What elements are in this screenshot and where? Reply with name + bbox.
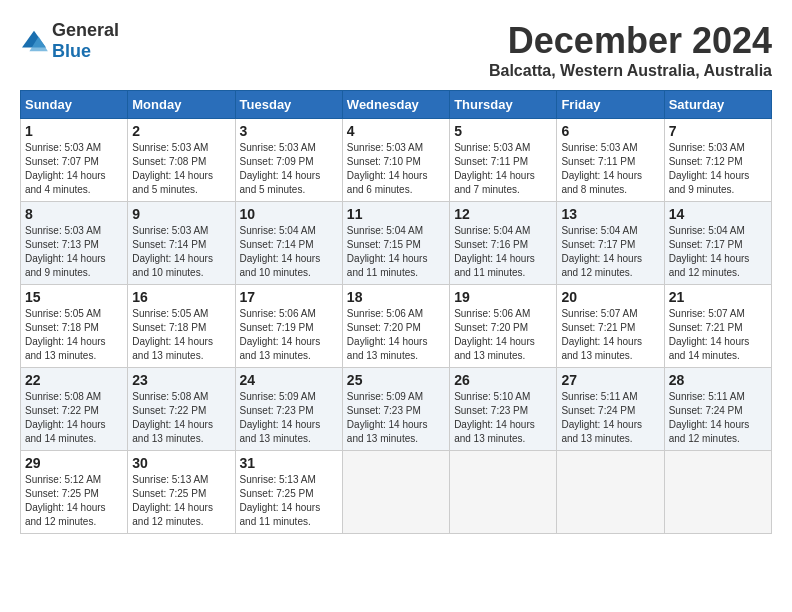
day-number: 14 <box>669 206 767 222</box>
calendar-day-cell: 5Sunrise: 5:03 AM Sunset: 7:11 PM Daylig… <box>450 119 557 202</box>
calendar-day-cell: 23Sunrise: 5:08 AM Sunset: 7:22 PM Dayli… <box>128 368 235 451</box>
day-info: Sunrise: 5:13 AM Sunset: 7:25 PM Dayligh… <box>132 473 230 529</box>
day-number: 21 <box>669 289 767 305</box>
day-info: Sunrise: 5:06 AM Sunset: 7:19 PM Dayligh… <box>240 307 338 363</box>
day-info: Sunrise: 5:11 AM Sunset: 7:24 PM Dayligh… <box>669 390 767 446</box>
calendar-day-cell <box>450 451 557 534</box>
calendar-day-cell: 16Sunrise: 5:05 AM Sunset: 7:18 PM Dayli… <box>128 285 235 368</box>
day-info: Sunrise: 5:03 AM Sunset: 7:07 PM Dayligh… <box>25 141 123 197</box>
day-info: Sunrise: 5:07 AM Sunset: 7:21 PM Dayligh… <box>561 307 659 363</box>
day-info: Sunrise: 5:09 AM Sunset: 7:23 PM Dayligh… <box>347 390 445 446</box>
day-number: 24 <box>240 372 338 388</box>
calendar-day-cell: 22Sunrise: 5:08 AM Sunset: 7:22 PM Dayli… <box>21 368 128 451</box>
day-info: Sunrise: 5:10 AM Sunset: 7:23 PM Dayligh… <box>454 390 552 446</box>
calendar-day-cell: 31Sunrise: 5:13 AM Sunset: 7:25 PM Dayli… <box>235 451 342 534</box>
day-number: 16 <box>132 289 230 305</box>
calendar-day-cell: 9Sunrise: 5:03 AM Sunset: 7:14 PM Daylig… <box>128 202 235 285</box>
weekday-header: Monday <box>128 91 235 119</box>
day-info: Sunrise: 5:06 AM Sunset: 7:20 PM Dayligh… <box>347 307 445 363</box>
day-info: Sunrise: 5:04 AM Sunset: 7:17 PM Dayligh… <box>669 224 767 280</box>
calendar-day-cell: 18Sunrise: 5:06 AM Sunset: 7:20 PM Dayli… <box>342 285 449 368</box>
day-info: Sunrise: 5:03 AM Sunset: 7:12 PM Dayligh… <box>669 141 767 197</box>
day-info: Sunrise: 5:09 AM Sunset: 7:23 PM Dayligh… <box>240 390 338 446</box>
day-info: Sunrise: 5:03 AM Sunset: 7:10 PM Dayligh… <box>347 141 445 197</box>
day-info: Sunrise: 5:11 AM Sunset: 7:24 PM Dayligh… <box>561 390 659 446</box>
calendar-week-row: 22Sunrise: 5:08 AM Sunset: 7:22 PM Dayli… <box>21 368 772 451</box>
day-number: 2 <box>132 123 230 139</box>
calendar-day-cell: 7Sunrise: 5:03 AM Sunset: 7:12 PM Daylig… <box>664 119 771 202</box>
day-info: Sunrise: 5:04 AM Sunset: 7:16 PM Dayligh… <box>454 224 552 280</box>
day-info: Sunrise: 5:03 AM Sunset: 7:08 PM Dayligh… <box>132 141 230 197</box>
calendar-day-cell: 21Sunrise: 5:07 AM Sunset: 7:21 PM Dayli… <box>664 285 771 368</box>
day-number: 25 <box>347 372 445 388</box>
day-number: 6 <box>561 123 659 139</box>
calendar-week-row: 1Sunrise: 5:03 AM Sunset: 7:07 PM Daylig… <box>21 119 772 202</box>
calendar-day-cell: 14Sunrise: 5:04 AM Sunset: 7:17 PM Dayli… <box>664 202 771 285</box>
day-number: 27 <box>561 372 659 388</box>
calendar-day-cell: 19Sunrise: 5:06 AM Sunset: 7:20 PM Dayli… <box>450 285 557 368</box>
day-number: 28 <box>669 372 767 388</box>
day-number: 12 <box>454 206 552 222</box>
day-info: Sunrise: 5:08 AM Sunset: 7:22 PM Dayligh… <box>132 390 230 446</box>
calendar-day-cell: 25Sunrise: 5:09 AM Sunset: 7:23 PM Dayli… <box>342 368 449 451</box>
calendar-subtitle: Balcatta, Western Australia, Australia <box>489 62 772 80</box>
calendar-table: SundayMondayTuesdayWednesdayThursdayFrid… <box>20 90 772 534</box>
day-number: 9 <box>132 206 230 222</box>
calendar-day-cell: 12Sunrise: 5:04 AM Sunset: 7:16 PM Dayli… <box>450 202 557 285</box>
calendar-day-cell: 10Sunrise: 5:04 AM Sunset: 7:14 PM Dayli… <box>235 202 342 285</box>
day-info: Sunrise: 5:07 AM Sunset: 7:21 PM Dayligh… <box>669 307 767 363</box>
title-block: December 2024 Balcatta, Western Australi… <box>489 20 772 80</box>
day-number: 17 <box>240 289 338 305</box>
calendar-day-cell: 3Sunrise: 5:03 AM Sunset: 7:09 PM Daylig… <box>235 119 342 202</box>
day-number: 20 <box>561 289 659 305</box>
calendar-day-cell: 26Sunrise: 5:10 AM Sunset: 7:23 PM Dayli… <box>450 368 557 451</box>
calendar-day-cell: 2Sunrise: 5:03 AM Sunset: 7:08 PM Daylig… <box>128 119 235 202</box>
day-number: 10 <box>240 206 338 222</box>
day-number: 3 <box>240 123 338 139</box>
logo-icon <box>20 29 48 53</box>
calendar-day-cell: 4Sunrise: 5:03 AM Sunset: 7:10 PM Daylig… <box>342 119 449 202</box>
day-number: 26 <box>454 372 552 388</box>
day-number: 4 <box>347 123 445 139</box>
calendar-week-row: 15Sunrise: 5:05 AM Sunset: 7:18 PM Dayli… <box>21 285 772 368</box>
day-number: 7 <box>669 123 767 139</box>
calendar-day-cell: 28Sunrise: 5:11 AM Sunset: 7:24 PM Dayli… <box>664 368 771 451</box>
day-number: 30 <box>132 455 230 471</box>
logo: General Blue <box>20 20 119 62</box>
calendar-day-cell: 30Sunrise: 5:13 AM Sunset: 7:25 PM Dayli… <box>128 451 235 534</box>
calendar-day-cell: 13Sunrise: 5:04 AM Sunset: 7:17 PM Dayli… <box>557 202 664 285</box>
day-number: 23 <box>132 372 230 388</box>
calendar-title: December 2024 <box>489 20 772 62</box>
calendar-day-cell <box>342 451 449 534</box>
page-header: General Blue December 2024 Balcatta, Wes… <box>20 20 772 80</box>
day-info: Sunrise: 5:04 AM Sunset: 7:17 PM Dayligh… <box>561 224 659 280</box>
day-number: 19 <box>454 289 552 305</box>
calendar-day-cell: 8Sunrise: 5:03 AM Sunset: 7:13 PM Daylig… <box>21 202 128 285</box>
weekday-header: Sunday <box>21 91 128 119</box>
weekday-header: Friday <box>557 91 664 119</box>
day-info: Sunrise: 5:03 AM Sunset: 7:11 PM Dayligh… <box>561 141 659 197</box>
calendar-day-cell: 29Sunrise: 5:12 AM Sunset: 7:25 PM Dayli… <box>21 451 128 534</box>
calendar-day-cell: 15Sunrise: 5:05 AM Sunset: 7:18 PM Dayli… <box>21 285 128 368</box>
day-number: 13 <box>561 206 659 222</box>
calendar-day-cell: 17Sunrise: 5:06 AM Sunset: 7:19 PM Dayli… <box>235 285 342 368</box>
day-number: 11 <box>347 206 445 222</box>
calendar-header: SundayMondayTuesdayWednesdayThursdayFrid… <box>21 91 772 119</box>
weekday-header: Wednesday <box>342 91 449 119</box>
calendar-day-cell: 1Sunrise: 5:03 AM Sunset: 7:07 PM Daylig… <box>21 119 128 202</box>
weekday-header: Thursday <box>450 91 557 119</box>
calendar-day-cell: 6Sunrise: 5:03 AM Sunset: 7:11 PM Daylig… <box>557 119 664 202</box>
day-info: Sunrise: 5:08 AM Sunset: 7:22 PM Dayligh… <box>25 390 123 446</box>
day-info: Sunrise: 5:05 AM Sunset: 7:18 PM Dayligh… <box>25 307 123 363</box>
day-number: 22 <box>25 372 123 388</box>
day-number: 8 <box>25 206 123 222</box>
day-info: Sunrise: 5:06 AM Sunset: 7:20 PM Dayligh… <box>454 307 552 363</box>
day-number: 15 <box>25 289 123 305</box>
day-info: Sunrise: 5:05 AM Sunset: 7:18 PM Dayligh… <box>132 307 230 363</box>
calendar-week-row: 29Sunrise: 5:12 AM Sunset: 7:25 PM Dayli… <box>21 451 772 534</box>
calendar-day-cell: 27Sunrise: 5:11 AM Sunset: 7:24 PM Dayli… <box>557 368 664 451</box>
calendar-day-cell: 20Sunrise: 5:07 AM Sunset: 7:21 PM Dayli… <box>557 285 664 368</box>
calendar-day-cell: 24Sunrise: 5:09 AM Sunset: 7:23 PM Dayli… <box>235 368 342 451</box>
calendar-day-cell <box>557 451 664 534</box>
weekday-header: Saturday <box>664 91 771 119</box>
